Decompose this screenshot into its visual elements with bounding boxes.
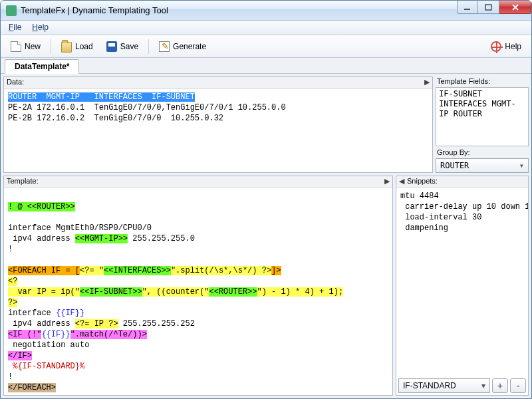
new-file-icon xyxy=(11,41,21,52)
data-header-row: ROUTER MGMT-IP INTERFACES IF-SUBNET xyxy=(8,92,195,102)
template-fields-list[interactable]: IF-SUBNET INTERFACES MGMT-IP ROUTER xyxy=(436,87,529,146)
t-line: <IF (!"{{IF}}".match(/^Te/))> xyxy=(8,330,147,339)
lifebuoy-icon xyxy=(491,41,501,52)
new-button[interactable]: New xyxy=(5,38,47,55)
template-label-text: Template: xyxy=(7,177,39,185)
snippet-add-button[interactable]: + xyxy=(492,378,508,393)
help-label: Help xyxy=(505,42,521,51)
snippet-selected: IF-STANDARD xyxy=(403,381,456,390)
titlebar[interactable]: TemplateFx | Dynamic Templating Tool xyxy=(1,1,531,21)
snippet-select[interactable]: IF-STANDARD xyxy=(398,378,490,393)
toolbar: New Load Save Generate Help xyxy=(1,35,531,58)
t-line: ! xyxy=(8,372,13,382)
t-line: ?> xyxy=(8,298,17,307)
bottom-row: Template: ▶ ! @ <<ROUTER>> interface Mgm… xyxy=(3,176,529,396)
separator xyxy=(148,39,149,54)
t-line: ipv4 address <?= IP ?> 255.255.255.252 xyxy=(8,319,195,329)
generate-button[interactable]: Generate xyxy=(153,38,212,55)
template-panel-label: Template: ▶ xyxy=(4,176,392,188)
tab-datatemplate[interactable]: DataTemplate* xyxy=(5,59,79,74)
t-line: <? xyxy=(8,277,17,286)
t-line: ! @ <<ROUTER>> xyxy=(8,202,75,211)
maximize-button[interactable] xyxy=(478,1,499,14)
field-item[interactable]: INTERFACES xyxy=(439,99,487,108)
app-icon xyxy=(6,5,17,16)
pencil-page-icon xyxy=(159,41,170,52)
load-button[interactable]: Load xyxy=(55,38,99,55)
data-label-text: Data: xyxy=(7,78,24,86)
menubar: File Help xyxy=(1,21,531,35)
collapse-right-icon[interactable]: ▶ xyxy=(423,78,431,86)
new-label: New xyxy=(25,42,41,51)
window-title: TemplateFx | Dynamic Templating Tool xyxy=(21,5,457,15)
template-fields-label: Template Fields: xyxy=(436,76,529,86)
group-by-value: ROUTER xyxy=(440,161,469,170)
snippets-panel: ◀ Snippets: mtu 4484 carrier-delay up 10… xyxy=(396,176,529,396)
generate-label: Generate xyxy=(173,42,206,51)
t-line: %{IF-STANDARD}% xyxy=(8,362,84,371)
snippets-editor[interactable]: mtu 4484 carrier-delay up 10 down 10 loa… xyxy=(396,188,528,376)
tabstrip: DataTemplate* xyxy=(1,58,531,74)
separator xyxy=(51,39,51,54)
data-panel: Data: ▶ ROUTER MGMT-IP INTERFACES IF-SUB… xyxy=(3,76,433,173)
snippets-panel-label: ◀ Snippets: xyxy=(396,176,528,188)
t-line: negotiation auto xyxy=(8,340,89,350)
snippet-controls: IF-STANDARD + - xyxy=(396,376,528,395)
save-button[interactable]: Save xyxy=(100,38,144,55)
data-row: PE-2A 172.16.0.1 TenGigE0/7/0/0,TenGigE0… xyxy=(8,103,286,112)
group-by-label: Group By: xyxy=(436,148,529,157)
top-row: Data: ▶ ROUTER MGMT-IP INTERFACES IF-SUB… xyxy=(3,76,529,173)
window-buttons xyxy=(457,1,531,20)
snippet-line: load-interval 30 xyxy=(400,213,481,222)
snippet-line: mtu 4484 xyxy=(400,192,439,201)
field-item[interactable]: ROUTER xyxy=(454,109,482,118)
field-item[interactable]: IF-SUBNET xyxy=(439,89,482,98)
t-line: interface MgmtEth0/RSP0/CPU0/0 xyxy=(8,223,152,233)
menu-help[interactable]: Help xyxy=(27,21,54,35)
t-line: interface {{IF}} xyxy=(8,309,84,318)
fields-sidebar: Template Fields: IF-SUBNET INTERFACES MG… xyxy=(436,76,529,173)
group-by-select[interactable]: ROUTER xyxy=(436,158,529,173)
t-line: </FOREACH> xyxy=(8,383,56,392)
snippet-remove-button[interactable]: - xyxy=(510,378,526,393)
menu-file[interactable]: File xyxy=(3,21,27,35)
t-line: ! xyxy=(8,245,13,254)
snippet-line: dampening xyxy=(400,223,448,233)
data-row: PE-2B 172.16.0.2 TenGigE0/7/0/0 10.255.0… xyxy=(8,114,223,123)
help-button[interactable]: Help xyxy=(485,38,527,55)
t-line: var IP = ip("<<IF-SUBNET>>", ((counter("… xyxy=(8,287,343,297)
snippets-label-text: Snippets: xyxy=(407,177,438,185)
data-editor[interactable]: ROUTER MGMT-IP INTERFACES IF-SUBNET PE-2… xyxy=(4,89,432,172)
t-line: <FOREACH IF = [<?= "<<INTERFACES>>".spli… xyxy=(8,266,281,275)
svg-rect-1 xyxy=(485,5,491,10)
collapse-right-icon[interactable]: ▶ xyxy=(383,177,391,186)
app-window: TemplateFx | Dynamic Templating Tool Fil… xyxy=(0,0,532,399)
save-label: Save xyxy=(120,42,138,51)
t-line: ipv4 address <<MGMT-IP>> 255.255.255.0 xyxy=(8,234,195,243)
template-panel: Template: ▶ ! @ <<ROUTER>> interface Mgm… xyxy=(3,176,393,396)
folder-open-icon xyxy=(61,42,72,53)
t-line: </IF> xyxy=(8,351,32,360)
snippet-line: carrier-delay up 10 down 10 xyxy=(400,202,528,211)
floppy-disk-icon xyxy=(106,41,117,52)
load-label: Load xyxy=(75,42,93,51)
template-editor[interactable]: ! @ <<ROUTER>> interface MgmtEth0/RSP0/C… xyxy=(4,188,392,395)
collapse-left-icon[interactable]: ◀ xyxy=(398,177,406,186)
close-button[interactable] xyxy=(499,1,531,14)
data-panel-label: Data: ▶ xyxy=(4,77,432,89)
minimize-button[interactable] xyxy=(457,1,478,14)
svg-rect-0 xyxy=(464,9,470,10)
workarea: Data: ▶ ROUTER MGMT-IP INTERFACES IF-SUB… xyxy=(1,74,531,398)
